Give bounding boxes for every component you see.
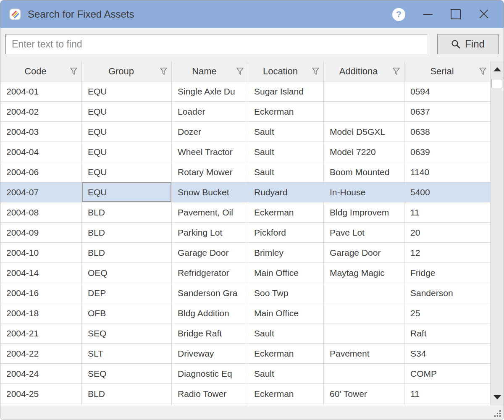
cell-group[interactable]: BLD [82, 243, 172, 263]
column-header-group[interactable]: Group [82, 61, 172, 81]
cell-location[interactable]: Pickford [248, 223, 324, 243]
cell-serial[interactable]: Fridge [404, 263, 491, 283]
cell-additional[interactable] [324, 364, 404, 384]
cell-group[interactable]: EQU [82, 182, 172, 202]
table-row[interactable]: 2004-09BLDParking LotPickfordPave Lot20 [0, 223, 491, 243]
cell-location[interactable]: Main Office [248, 263, 324, 283]
cell-name[interactable]: Wheel Tractor [172, 142, 248, 162]
cell-group[interactable]: BLD [82, 223, 172, 243]
table-row[interactable]: 2004-10BLDGarage DoorBrimleyGarage Door1… [0, 243, 491, 263]
cell-group[interactable]: BLD [82, 384, 172, 404]
cell-additional[interactable] [324, 323, 404, 344]
table-row[interactable]: 2004-03EQUDozerSaultModel D5GXL0638 [0, 122, 491, 142]
table-row[interactable]: 2004-02EQULoaderEckerman0637 [0, 102, 491, 122]
table-row[interactable]: 2004-16DEPSanderson GraSoo TwpSanderson [0, 283, 491, 303]
cell-name[interactable]: Pavement, Oil [172, 202, 248, 223]
cell-serial[interactable]: 0637 [404, 102, 491, 122]
cell-location[interactable]: Sault [248, 364, 324, 384]
cell-location[interactable]: Eckerman [248, 384, 324, 404]
resize-grip[interactable] [494, 410, 501, 417]
cell-serial[interactable]: Raft [404, 323, 491, 344]
cell-serial[interactable]: 0639 [404, 142, 491, 162]
cell-serial[interactable]: Sanderson [404, 283, 491, 303]
cell-code[interactable]: 2004-25 [0, 384, 82, 404]
cell-additional[interactable] [324, 102, 404, 122]
cell-group[interactable]: SEQ [82, 364, 172, 384]
cell-group[interactable]: EQU [82, 142, 172, 162]
cell-location[interactable]: Sugar Island [248, 81, 324, 102]
cell-serial[interactable]: 11 [404, 384, 491, 404]
cell-location[interactable]: Sault [248, 162, 324, 182]
cell-serial[interactable]: 25 [404, 303, 491, 323]
cell-location[interactable]: Main Office [248, 303, 324, 323]
cell-location[interactable]: Sault [248, 122, 324, 142]
cell-additional[interactable]: Model 7220 [324, 142, 404, 162]
cell-location[interactable]: Eckerman [248, 102, 324, 122]
table-row[interactable]: 2004-14OEQRefridgeratorMain OfficeMaytag… [0, 263, 491, 283]
cell-serial[interactable]: 12 [404, 243, 491, 263]
table-row[interactable]: 2004-25BLDRadio TowerEckerman60' Tower11 [0, 384, 491, 404]
help-button[interactable]: ? [392, 8, 405, 21]
cell-group[interactable]: EQU [82, 122, 172, 142]
cell-location[interactable]: Soo Twp [248, 283, 324, 303]
cell-group[interactable]: EQU [82, 102, 172, 122]
table-row[interactable]: 2004-22SLTDrivewayEckermanPavementS34 [0, 344, 491, 364]
cell-group[interactable]: OEQ [82, 263, 172, 283]
cell-additional[interactable]: Maytag Magic [324, 263, 404, 283]
cell-location[interactable]: Sault [248, 142, 324, 162]
column-header-serial[interactable]: Serial [404, 61, 491, 81]
search-input[interactable] [5, 34, 427, 54]
cell-code[interactable]: 2004-03 [0, 122, 82, 142]
column-header-location[interactable]: Location [248, 61, 324, 81]
cell-code[interactable]: 2004-24 [0, 364, 82, 384]
column-header-additional[interactable]: Additiona [324, 61, 404, 81]
cell-serial[interactable]: S34 [404, 344, 491, 364]
table-row[interactable]: 2004-21SEQBridge RaftSaultRaft [0, 323, 491, 344]
cell-group[interactable]: OFB [82, 303, 172, 323]
cell-serial[interactable]: 20 [404, 223, 491, 243]
cell-code[interactable]: 2004-09 [0, 223, 82, 243]
cell-group[interactable]: SEQ [82, 323, 172, 344]
scroll-down-button[interactable] [491, 389, 504, 405]
find-button[interactable]: Find [437, 34, 499, 54]
cell-additional[interactable] [324, 81, 404, 102]
cell-name[interactable]: Diagnostic Eq [172, 364, 248, 384]
table-row[interactable]: 2004-07EQUSnow BucketRudyardIn-House5400 [0, 182, 491, 202]
cell-serial[interactable]: 11 [404, 202, 491, 223]
filter-icon[interactable] [236, 67, 244, 76]
cell-group[interactable]: BLD [82, 202, 172, 223]
cell-name[interactable]: Bldg Addition [172, 303, 248, 323]
vertical-scrollbar[interactable] [490, 61, 504, 405]
cell-code[interactable]: 2004-14 [0, 263, 82, 283]
cell-location[interactable]: Eckerman [248, 202, 324, 223]
cell-serial[interactable]: 5400 [404, 182, 491, 202]
column-header-code[interactable]: Code [0, 61, 82, 81]
table-row[interactable]: 2004-04EQUWheel TractorSaultModel 722006… [0, 142, 491, 162]
cell-name[interactable]: Sanderson Gra [172, 283, 248, 303]
cell-code[interactable]: 2004-21 [0, 323, 82, 344]
cell-additional[interactable]: Pavement [324, 344, 404, 364]
cell-serial[interactable]: 1140 [404, 162, 491, 182]
cell-additional[interactable]: Pave Lot [324, 223, 404, 243]
cell-additional[interactable]: 60' Tower [324, 384, 404, 404]
cell-code[interactable]: 2004-10 [0, 243, 82, 263]
cell-additional[interactable]: Model D5GXL [324, 122, 404, 142]
cell-location[interactable]: Eckerman [248, 344, 324, 364]
cell-location[interactable]: Rudyard [248, 182, 324, 202]
table-row[interactable]: 2004-01EQUSingle Axle DuSugar Island0594 [0, 81, 491, 102]
cell-code[interactable]: 2004-08 [0, 202, 82, 223]
cell-name[interactable]: Rotary Mower [172, 162, 248, 182]
cell-group[interactable]: EQU [82, 81, 172, 102]
cell-location[interactable]: Sault [248, 323, 324, 344]
table-row[interactable]: 2004-18OFBBldg AdditionMain Office25 [0, 303, 491, 323]
cell-additional[interactable]: Boom Mounted [324, 162, 404, 182]
cell-name[interactable]: Dozer [172, 122, 248, 142]
filter-icon[interactable] [70, 67, 78, 76]
cell-group[interactable]: DEP [82, 283, 172, 303]
cell-name[interactable]: Bridge Raft [172, 323, 248, 344]
cell-code[interactable]: 2004-07 [0, 182, 82, 202]
cell-additional[interactable]: In-House [324, 182, 404, 202]
cell-name[interactable]: Loader [172, 102, 248, 122]
filter-icon[interactable] [312, 67, 320, 76]
cell-code[interactable]: 2004-16 [0, 283, 82, 303]
